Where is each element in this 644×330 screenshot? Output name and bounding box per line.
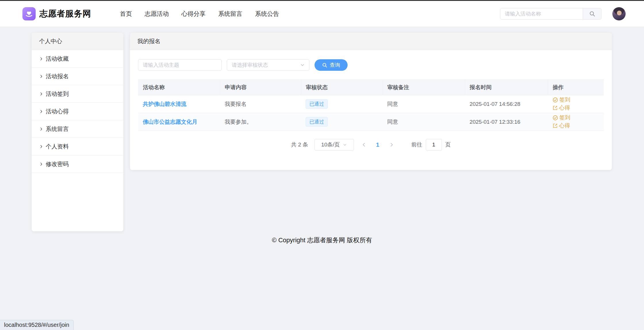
circle-check-icon xyxy=(553,97,558,103)
sidebar-title: 个人中心 xyxy=(32,33,123,50)
edit-icon xyxy=(553,123,558,128)
sidebar-item-label: 系统留言 xyxy=(46,125,69,133)
sidebar-item[interactable]: 活动收藏 xyxy=(32,50,123,68)
top-navbar: 志愿者服务网 首页志愿活动心得分享系统留言系统公告 xyxy=(0,1,644,27)
activity-search xyxy=(500,8,601,20)
goto-label: 前往 xyxy=(411,141,422,148)
sidebar-item[interactable]: 活动心得 xyxy=(32,103,123,120)
action-label: 签到 xyxy=(559,114,570,121)
circle-check-icon xyxy=(553,115,558,121)
chevron-down-icon xyxy=(300,62,305,68)
pagination: 共 2 条 10条/页 1 xyxy=(138,139,604,150)
navbar-right xyxy=(500,7,626,20)
apply-content-cell: 我要报名 xyxy=(220,95,301,113)
copyright-footer: © Copyright 志愿者服务网 版权所有 xyxy=(0,236,644,245)
apply-time-cell: 2025-01-07 14:56:28 xyxy=(465,95,548,113)
action-label: 心得 xyxy=(559,104,570,112)
user-center-sidebar: 个人中心 活动收藏活动报名活动签到活动心得系统留言个人资料修改密码 xyxy=(32,33,123,231)
column-header: 申请内容 xyxy=(220,80,301,95)
site-title: 志愿者服务网 xyxy=(39,8,91,20)
topic-filter-input[interactable] xyxy=(138,59,222,71)
nav-item[interactable]: 首页 xyxy=(120,10,132,18)
panel-title: 我的报名 xyxy=(130,33,612,50)
column-header: 审核状态 xyxy=(301,80,382,95)
sidebar-item[interactable]: 活动报名 xyxy=(32,68,123,85)
operations-cell: 签到心得 xyxy=(548,113,604,131)
chevron-right-icon xyxy=(39,57,43,61)
query-button[interactable]: 查询 xyxy=(315,59,348,71)
status-badge: 已通过 xyxy=(306,99,328,109)
goto-page: 前往 页 xyxy=(411,139,451,150)
nav-item[interactable]: 系统留言 xyxy=(218,10,242,18)
sidebar-item-label: 修改密码 xyxy=(46,160,69,168)
search-icon xyxy=(589,11,595,17)
action-label: 签到 xyxy=(559,96,570,104)
action-review-link[interactable]: 心得 xyxy=(553,104,570,112)
edit-icon xyxy=(553,105,558,110)
table-row: 共护佛山碧水清流我要报名已通过同意2025-01-07 14:56:28签到心得 xyxy=(138,95,604,113)
status-filter-select[interactable]: 请选择审核状态 xyxy=(227,59,309,71)
page-size-select[interactable]: 10条/页 xyxy=(315,139,354,150)
table-row: 佛山市公益志愿文化月我要参加。已通过同意2025-01-07 12:33:16签… xyxy=(138,113,604,131)
sidebar-item-label: 活动心得 xyxy=(46,108,69,115)
sidebar-item[interactable]: 修改密码 xyxy=(32,155,123,173)
activity-name-link[interactable]: 佛山市公益志愿文化月 xyxy=(143,119,198,125)
column-header: 审核备注 xyxy=(383,80,465,95)
search-input[interactable] xyxy=(500,8,583,19)
registrations-table: 活动名称申请内容审核状态审核备注报名时间操作 共护佛山碧水清流我要报名已通过同意… xyxy=(138,79,604,131)
sidebar-item[interactable]: 活动签到 xyxy=(32,85,123,103)
chevron-right-icon xyxy=(39,162,43,166)
my-registrations-panel: 我的报名 请选择审核状态 xyxy=(130,33,612,170)
column-header: 操作 xyxy=(548,80,604,95)
goto-page-input[interactable] xyxy=(426,139,442,150)
status-badge: 已通过 xyxy=(306,117,328,127)
page-size-value: 10条/页 xyxy=(321,141,340,148)
goto-page-suffix: 页 xyxy=(445,141,451,148)
review-remark-cell: 同意 xyxy=(383,95,465,113)
total-count: 共 2 条 xyxy=(291,141,308,148)
search-icon xyxy=(322,62,327,68)
chevron-right-icon xyxy=(39,127,43,131)
operations-cell: 签到心得 xyxy=(548,95,604,113)
action-review-link[interactable]: 心得 xyxy=(553,122,570,129)
chevron-right-icon xyxy=(39,74,43,79)
sidebar-item-label: 活动报名 xyxy=(46,73,69,80)
nav-item[interactable]: 系统公告 xyxy=(255,10,279,18)
activity-name-link[interactable]: 共护佛山碧水清流 xyxy=(143,101,187,107)
action-label: 心得 xyxy=(559,122,570,129)
review-remark-cell: 同意 xyxy=(383,113,465,131)
browser-link-preview: localhost:9528/#/user/join xyxy=(0,320,74,330)
sidebar-item[interactable]: 系统留言 xyxy=(32,120,123,138)
next-page-icon[interactable] xyxy=(389,142,394,147)
chevron-right-icon xyxy=(39,144,43,149)
brand[interactable]: 志愿者服务网 xyxy=(22,7,91,20)
apply-time-cell: 2025-01-07 12:33:16 xyxy=(465,113,548,131)
action-checkin-link[interactable]: 签到 xyxy=(553,96,570,104)
column-header: 报名时间 xyxy=(465,80,548,95)
prev-page-icon[interactable] xyxy=(361,142,367,147)
chevron-down-icon xyxy=(343,143,347,147)
current-page[interactable]: 1 xyxy=(374,142,382,148)
query-button-label: 查询 xyxy=(330,62,340,68)
main-nav: 首页志愿活动心得分享系统留言系统公告 xyxy=(120,10,279,18)
sidebar-item-label: 活动收藏 xyxy=(46,55,69,63)
status-select-placeholder: 请选择审核状态 xyxy=(232,62,268,68)
chevron-right-icon xyxy=(39,92,43,96)
sidebar-item[interactable]: 个人资料 xyxy=(32,138,123,155)
user-avatar[interactable] xyxy=(612,7,626,20)
filter-row: 请选择审核状态 查询 xyxy=(138,59,604,71)
nav-item[interactable]: 志愿活动 xyxy=(145,10,169,18)
column-header: 活动名称 xyxy=(138,80,220,95)
chevron-right-icon xyxy=(39,109,43,114)
search-button[interactable] xyxy=(583,8,601,19)
nav-item[interactable]: 心得分享 xyxy=(181,10,206,18)
sidebar-item-label: 个人资料 xyxy=(46,143,69,150)
apply-content-cell: 我要参加。 xyxy=(220,113,301,131)
page-content: 个人中心 活动收藏活动报名活动签到活动心得系统留言个人资料修改密码 我的报名 请… xyxy=(0,27,644,330)
action-checkin-link[interactable]: 签到 xyxy=(553,114,570,121)
sidebar-item-label: 活动签到 xyxy=(46,90,69,98)
heart-hand-icon xyxy=(22,7,36,20)
